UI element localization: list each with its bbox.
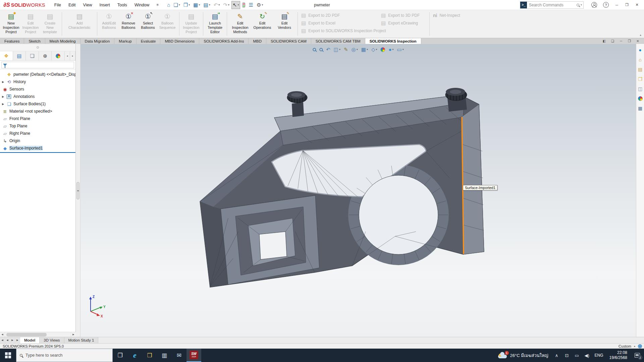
graphics-viewport[interactable]: ↶ ◫ ▾ ✎: [80, 44, 636, 337]
export-edrawing-button[interactable]: ▤Export eDrawing: [381, 19, 426, 27]
scroll-right-arrow[interactable]: ▶: [71, 332, 76, 337]
panel-splitter-top[interactable]: [0, 44, 75, 51]
help-icon[interactable]: ?: [603, 2, 609, 8]
tree-item-surface-imported1[interactable]: ◆ Surface-Imported1: [0, 144, 75, 152]
minimize-window-button[interactable]: ─: [612, 3, 622, 7]
collapse-ribbon-button[interactable]: ▴: [640, 33, 641, 37]
menu-edit[interactable]: Edit: [65, 0, 79, 10]
store-button[interactable]: ▥: [157, 349, 172, 362]
taskbar-search-input[interactable]: Type here to search: [16, 349, 113, 362]
file-explorer-tab[interactable]: ❒: [637, 76, 644, 82]
panel-horizontal-scrollbar[interactable]: ◀ ▶: [0, 332, 76, 337]
tile-window-button[interactable]: ◧: [600, 38, 608, 44]
add-characteristic-button[interactable]: ▧ Add Characteristic: [64, 11, 95, 30]
panel-tabs-scroll-right[interactable]: ▸: [70, 51, 75, 60]
tree-item-material[interactable]: ≣ Material <not specified>: [0, 108, 75, 115]
net-inspect-button[interactable]: niNet-Inspect: [433, 11, 460, 19]
splitter-handle[interactable]: ◂▸: [76, 182, 79, 199]
appearances-tab[interactable]: [637, 95, 644, 102]
pin-icon[interactable]: ✶: [153, 2, 162, 7]
open-button[interactable]: ❒ ▾: [182, 1, 191, 9]
doc-tab-prev-button[interactable]: ◀: [5, 337, 10, 343]
featuremanager-tab[interactable]: ❖: [0, 51, 13, 60]
account-icon[interactable]: [591, 2, 597, 8]
export-3d-pdf-button[interactable]: ▤Export to 3D PDF: [381, 11, 426, 19]
undo-button[interactable]: ↶ ▾: [212, 1, 221, 9]
menu-insert[interactable]: Insert: [96, 0, 113, 10]
volume-icon[interactable]: ◀): [583, 349, 591, 362]
tree-item-sensors[interactable]: ◉ Sensors: [0, 85, 75, 93]
restore-window-button[interactable]: ❐: [622, 3, 632, 7]
update-inspection-project-button[interactable]: ▤ Update Inspection Project: [181, 11, 201, 35]
search-dropdown-caret[interactable]: ▾: [581, 3, 582, 6]
file-properties-button[interactable]: ☰: [247, 1, 254, 9]
select-balloons-button[interactable]: ①↖ Select Balloons: [138, 11, 158, 30]
rebuild-button[interactable]: [241, 1, 247, 9]
design-library-tab[interactable]: ▤: [637, 66, 644, 73]
tab-solidworks-cam-tbm[interactable]: SOLIDWORKS CAM TBM: [311, 38, 365, 44]
tab-mbd-dimensions[interactable]: MBD Dimensions: [160, 38, 199, 44]
remove-balloons-button[interactable]: ①✕ Remove Balloons: [119, 11, 138, 30]
panel-viewport-splitter[interactable]: ◂▸: [76, 44, 80, 337]
home-tab[interactable]: ⌂: [637, 56, 644, 63]
tab-solidworks-inspection[interactable]: SOLIDWORKS Inspection: [365, 38, 421, 44]
close-document-button[interactable]: ✕: [634, 38, 642, 44]
restore-document-button[interactable]: ❐: [625, 38, 634, 44]
new-document-button[interactable]: ❏ ▾: [172, 1, 181, 9]
displaymanager-tab[interactable]: [52, 51, 65, 60]
configurationmanager-tab[interactable]: ❏: [26, 51, 39, 60]
model-3d-view[interactable]: [80, 44, 636, 337]
export-2d-pdf-button[interactable]: ▤Export to 2D PDF: [301, 11, 376, 19]
menu-window[interactable]: Window: [131, 0, 153, 10]
tree-item-history[interactable]: ▶ ⟲ History: [0, 78, 75, 85]
close-window-button[interactable]: ✕: [632, 3, 642, 7]
custom-properties-tab[interactable]: ▦: [637, 105, 644, 112]
tab-sketch[interactable]: Sketch: [24, 38, 45, 44]
screen-snip-icon[interactable]: ⊡: [562, 349, 571, 362]
create-new-template-button[interactable]: ▤ Create New template: [40, 11, 60, 35]
menu-view[interactable]: View: [79, 0, 96, 10]
doc-tab-next-button[interactable]: ▶: [10, 337, 15, 343]
tree-item-front-plane[interactable]: ▱ Front Plane: [0, 115, 75, 122]
status-custom-caret[interactable]: ▴: [634, 345, 635, 348]
tree-item-top-plane[interactable]: ▱ Top Plane: [0, 122, 75, 130]
menu-file[interactable]: File: [51, 0, 65, 10]
tree-filter-input[interactable]: [1, 62, 74, 68]
tree-item-surface-bodies[interactable]: ▶ ❑ Surface Bodies(1): [0, 100, 75, 108]
minimize-document-button[interactable]: ─: [617, 38, 625, 44]
edit-inspection-project-button[interactable]: ▤ Edit Inspection Project: [21, 11, 40, 35]
select-button[interactable]: ↖ ▾: [231, 1, 240, 9]
file-explorer-button[interactable]: ❒: [142, 349, 157, 362]
tree-item-right-plane[interactable]: ▱ Right Plane: [0, 130, 75, 137]
tray-chevron[interactable]: ∧: [552, 349, 561, 362]
taskbar-clock[interactable]: 22:08 19/6/2568: [606, 350, 631, 360]
menu-tools[interactable]: Tools: [114, 0, 131, 10]
doc-tab-last-button[interactable]: ▶: [15, 337, 20, 343]
add-edit-balloons-button[interactable]: ① Add/Edit Balloons: [99, 11, 119, 30]
scroll-left-arrow[interactable]: ◀: [0, 332, 5, 337]
tree-item-origin[interactable]: ↳ Origin: [0, 137, 75, 144]
options-button[interactable]: ⚙ ▾: [255, 1, 264, 9]
model-tab[interactable]: Model: [20, 337, 40, 343]
start-button[interactable]: [0, 349, 16, 362]
tab-solidworks-cam[interactable]: SOLIDWORKS CAM: [266, 38, 311, 44]
export-excel-button[interactable]: ▤Export to Excel: [301, 19, 376, 27]
print-button[interactable]: ▤ ▾: [202, 1, 211, 9]
status-custom-label[interactable]: Custom: [619, 344, 631, 348]
tree-root-part[interactable]: ❖ pwmeter (Default) <<Default>_Display: [0, 71, 75, 78]
propertymanager-tab[interactable]: ▤: [13, 51, 26, 60]
language-indicator[interactable]: ENG: [592, 353, 606, 358]
weather-widget[interactable]: 1 26°C มีเมฆส่วนใหญ่: [494, 349, 552, 362]
balloon-sequence-button[interactable]: ① Balloon Sequence: [158, 11, 177, 30]
doc-tab-first-button[interactable]: ◀: [0, 337, 5, 343]
search-icon[interactable]: [577, 4, 579, 6]
tab-mesh-modeling[interactable]: Mesh Modeling: [45, 38, 80, 44]
3d-views-tab[interactable]: 3D Views: [40, 337, 64, 343]
tab-solidworks-add-ins[interactable]: SOLIDWORKS Add-Ins: [199, 38, 249, 44]
scrollbar-thumb[interactable]: [6, 333, 47, 337]
dimxpertmanager-tab[interactable]: ⊕: [39, 51, 52, 60]
panel-tabs-scroll-left[interactable]: ◂: [65, 51, 70, 60]
tab-mbd[interactable]: MBD: [249, 38, 266, 44]
network-icon[interactable]: ▭: [573, 349, 581, 362]
edit-inspection-methods-button[interactable]: ✎ Edit Inspection Methods: [229, 11, 251, 35]
